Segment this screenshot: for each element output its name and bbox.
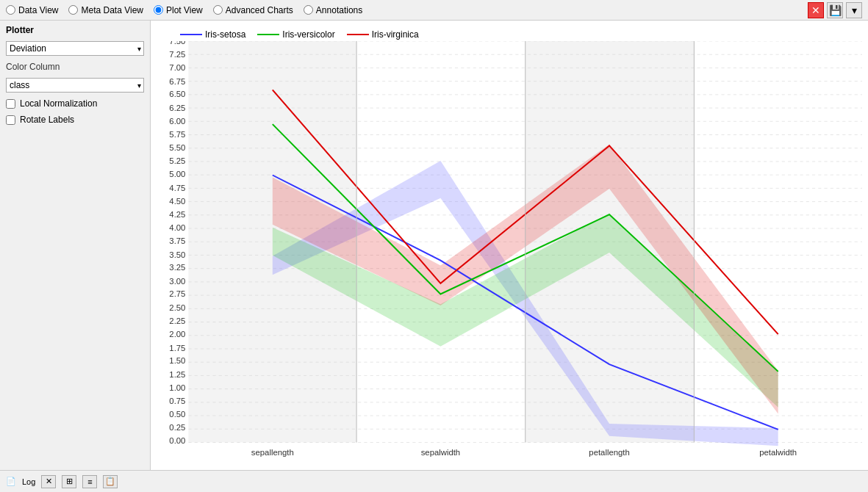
plotter-select-wrapper: Deviation Line Bar ▾ [6,41,144,56]
top-bar: Data View Meta Data View Plot View Advan… [0,0,868,21]
log-icon: 📄 [6,477,16,486]
rotate-labels-checkbox[interactable]: Rotate Labels [6,115,144,125]
tab-meta-data-view[interactable]: Meta Data View [68,5,143,15]
svg-text:6.50: 6.50 [169,90,185,98]
svg-text:7.00: 7.00 [169,63,185,72]
svg-text:6.00: 6.00 [169,117,185,126]
save-button[interactable]: 💾 [827,2,843,18]
x-axis-labels: sepallength sepalwidth petallength petal… [251,448,797,457]
svg-text:7.25: 7.25 [169,51,185,59]
tab-plot-view[interactable]: Plot View [154,5,203,15]
svg-text:1.50: 1.50 [169,356,185,365]
svg-text:6.25: 6.25 [169,104,185,112]
plotter-select[interactable]: Deviation Line Bar [6,41,144,56]
svg-text:1.75: 1.75 [169,344,185,352]
chart-svg: 7.50 7.25 7.00 6.75 6.50 6.25 6.00 5.75 … [151,41,862,457]
log-label: Log [22,477,35,486]
svg-text:0.50: 0.50 [169,410,185,419]
tab-advanced-charts[interactable]: Advanced Charts [213,5,293,15]
y-axis-labels: 7.50 7.25 7.00 6.75 6.50 6.25 6.00 5.75 … [169,41,185,445]
color-column-label: Color Column [6,62,144,72]
svg-text:sepallength: sepallength [251,448,294,457]
svg-text:1.25: 1.25 [169,370,185,379]
close-button[interactable]: ✕ [808,2,824,18]
svg-text:4.25: 4.25 [169,210,185,219]
plotter-title: Plotter [6,25,144,35]
legend-line-setosa [180,34,202,35]
svg-text:5.00: 5.00 [169,170,185,179]
svg-text:petalwidth: petalwidth [759,448,797,457]
radio-group: Data View Meta Data View Plot View Advan… [6,5,362,15]
legend-item-setosa: Iris-setosa [180,29,245,40]
bottom-copy-btn[interactable]: 📋 [103,475,118,488]
chart-area: Iris-setosa Iris-versicolor Iris-virgini… [151,21,868,470]
svg-text:5.25: 5.25 [169,156,185,165]
svg-text:4.00: 4.00 [169,223,185,232]
bottom-close-btn[interactable]: ✕ [41,475,56,488]
svg-text:2.00: 2.00 [169,330,185,339]
svg-text:3.75: 3.75 [169,236,185,245]
main-area: Plotter Deviation Line Bar ▾ Color Colum… [0,21,868,470]
color-column-select[interactable]: class [6,78,144,93]
tab-annotations[interactable]: Annotations [304,5,362,15]
bottom-grid-btn[interactable]: ⊞ [62,475,76,488]
svg-text:3.25: 3.25 [169,264,185,272]
svg-text:2.50: 2.50 [169,303,185,312]
svg-text:6.75: 6.75 [169,77,185,86]
svg-text:0.00: 0.00 [169,437,185,446]
svg-text:7.50: 7.50 [169,41,185,46]
svg-text:sepalwidth: sepalwidth [421,448,460,457]
svg-text:4.75: 4.75 [169,184,185,192]
left-panel: Plotter Deviation Line Bar ▾ Color Colum… [0,21,151,470]
legend-item-versicolor: Iris-versicolor [257,29,334,40]
tab-data-view[interactable]: Data View [6,5,58,15]
svg-text:0.75: 0.75 [169,397,185,405]
svg-text:petallength: petallength [589,448,629,457]
svg-text:3.00: 3.00 [169,277,185,286]
legend-line-versicolor [257,34,279,35]
legend-line-virginica [347,34,369,35]
svg-text:2.75: 2.75 [169,290,185,299]
chart-container: 7.50 7.25 7.00 6.75 6.50 6.25 6.00 5.75 … [151,41,862,457]
dropdown-button[interactable]: ▾ [846,2,862,18]
legend: Iris-setosa Iris-versicolor Iris-virgini… [151,26,862,41]
svg-text:1.00: 1.00 [169,383,185,392]
local-normalization-checkbox[interactable]: Local Normalization [6,98,144,109]
legend-item-virginica: Iris-virginica [347,29,419,40]
top-icons: ✕ 💾 ▾ [808,2,862,18]
svg-text:0.25: 0.25 [169,423,185,432]
svg-text:5.50: 5.50 [169,144,185,153]
color-column-select-wrapper: class ▾ [6,78,144,93]
bottom-bar: 📄 Log ✕ ⊞ ≡ 📋 [0,470,868,492]
bottom-list-btn[interactable]: ≡ [82,475,97,488]
svg-text:2.25: 2.25 [169,317,185,326]
svg-text:5.75: 5.75 [169,130,185,139]
svg-text:4.50: 4.50 [169,197,185,206]
svg-text:3.50: 3.50 [169,250,185,259]
